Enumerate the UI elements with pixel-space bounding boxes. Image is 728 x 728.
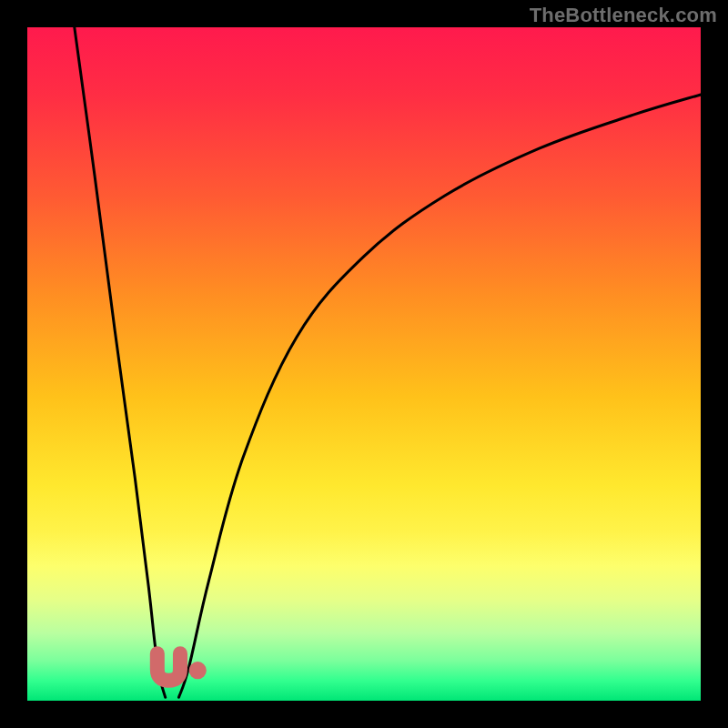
series-right-branch <box>179 95 702 697</box>
chart-frame: TheBottleneck.com <box>0 0 728 728</box>
curves-svg <box>27 27 701 701</box>
plot-area <box>27 27 701 701</box>
u-mark <box>157 653 180 681</box>
dot-mark <box>189 662 207 679</box>
series-left-branch <box>75 27 166 697</box>
watermark-text: TheBottleneck.com <box>530 4 717 27</box>
